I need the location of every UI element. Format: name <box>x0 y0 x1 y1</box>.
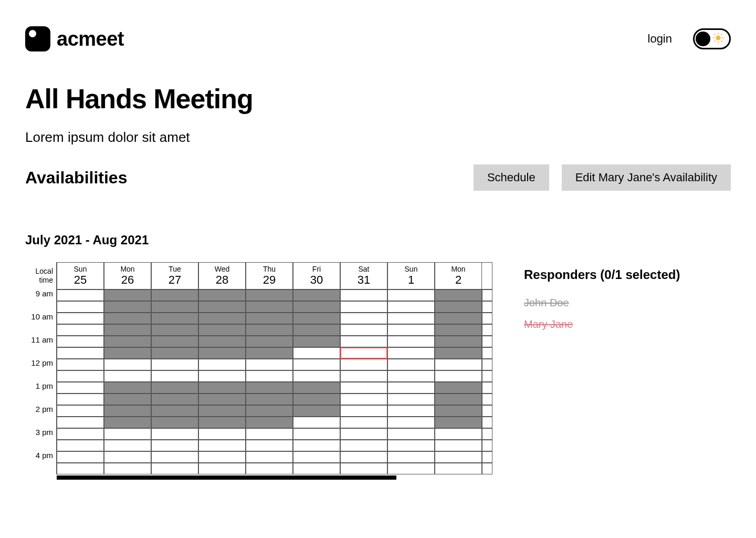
slot-cell[interactable] <box>340 394 387 405</box>
slot-cell[interactable] <box>246 394 293 405</box>
slot-cell[interactable] <box>387 417 435 428</box>
slot-cell[interactable] <box>435 336 482 347</box>
slot-cell[interactable] <box>151 417 198 428</box>
slot-cell[interactable] <box>151 370 198 382</box>
slot-cell[interactable] <box>151 451 198 463</box>
slot-cell[interactable] <box>293 347 340 359</box>
slot-cell[interactable] <box>151 347 198 359</box>
slot-cell[interactable] <box>246 370 293 382</box>
slot-cell[interactable] <box>151 313 198 324</box>
slot-cell[interactable] <box>57 428 104 440</box>
slot-cell[interactable] <box>57 347 104 359</box>
slot-cell[interactable] <box>293 289 340 301</box>
slot-cell[interactable] <box>293 324 340 336</box>
slot-cell[interactable] <box>104 359 151 370</box>
login-link[interactable]: login <box>648 32 672 46</box>
slot-cell[interactable] <box>435 394 482 405</box>
slot-cell[interactable] <box>340 347 387 359</box>
slot-cell[interactable] <box>293 428 340 440</box>
slot-cell[interactable] <box>57 370 104 382</box>
slot-cell[interactable] <box>57 463 104 474</box>
slot-cell[interactable] <box>435 405 482 417</box>
slot-cell[interactable] <box>57 394 104 405</box>
slot-cell[interactable] <box>435 440 482 451</box>
slot-cell[interactable] <box>340 417 387 428</box>
slot-cell[interactable] <box>387 451 435 463</box>
slot-cell[interactable] <box>198 301 246 313</box>
slot-cell[interactable] <box>104 463 151 474</box>
slot-cell[interactable] <box>198 394 246 405</box>
slot-cell[interactable] <box>151 359 198 370</box>
slot-cell[interactable] <box>293 382 340 394</box>
slot-cell[interactable] <box>151 440 198 451</box>
slot-cell[interactable] <box>387 463 435 474</box>
slot-cell[interactable] <box>246 451 293 463</box>
slot-cell[interactable] <box>387 359 435 370</box>
slot-cell[interactable] <box>198 405 246 417</box>
scrollbar-thumb[interactable] <box>57 475 396 480</box>
slot-cell[interactable] <box>57 336 104 347</box>
slot-cell[interactable] <box>104 301 151 313</box>
slot-cell[interactable] <box>340 359 387 370</box>
slot-cell[interactable] <box>293 440 340 451</box>
slot-cell[interactable] <box>340 451 387 463</box>
slot-cell[interactable] <box>246 347 293 359</box>
slot-cell[interactable] <box>151 394 198 405</box>
slot-cell[interactable] <box>198 382 246 394</box>
slot-cell[interactable] <box>198 440 246 451</box>
slot-cell[interactable] <box>198 451 246 463</box>
slot-cell[interactable] <box>198 336 246 347</box>
slot-cell[interactable] <box>151 324 198 336</box>
slot-cell[interactable] <box>387 313 435 324</box>
slot-cell[interactable] <box>387 382 435 394</box>
slot-cell[interactable] <box>246 463 293 474</box>
slot-cell[interactable] <box>435 382 482 394</box>
slot-cell[interactable] <box>435 428 482 440</box>
slot-cell[interactable] <box>246 359 293 370</box>
horizontal-scrollbar[interactable] <box>57 475 492 480</box>
slot-cell[interactable] <box>387 324 435 336</box>
slot-cell[interactable] <box>198 417 246 428</box>
slot-cell[interactable] <box>151 289 198 301</box>
slot-cell[interactable] <box>246 405 293 417</box>
slot-cell[interactable] <box>340 289 387 301</box>
slot-cell[interactable] <box>57 440 104 451</box>
slot-cell[interactable] <box>104 370 151 382</box>
slot-cell[interactable] <box>387 347 435 359</box>
slot-cell[interactable] <box>104 451 151 463</box>
slot-cell[interactable] <box>57 301 104 313</box>
slot-cell[interactable] <box>198 370 246 382</box>
slot-cell[interactable] <box>340 428 387 440</box>
slot-cell[interactable] <box>293 370 340 382</box>
slot-cell[interactable] <box>293 336 340 347</box>
slot-cell[interactable] <box>340 313 387 324</box>
slot-cell[interactable] <box>104 289 151 301</box>
slot-cell[interactable] <box>293 405 340 417</box>
slot-cell[interactable] <box>435 324 482 336</box>
slot-cell[interactable] <box>293 394 340 405</box>
slot-cell[interactable] <box>435 301 482 313</box>
slot-cell[interactable] <box>387 394 435 405</box>
slot-cell[interactable] <box>198 463 246 474</box>
slot-cell[interactable] <box>387 440 435 451</box>
slot-cell[interactable] <box>57 289 104 301</box>
slot-cell[interactable] <box>246 324 293 336</box>
slot-cell[interactable] <box>435 359 482 370</box>
slot-cell[interactable] <box>435 463 482 474</box>
slot-cell[interactable] <box>387 428 435 440</box>
slot-cell[interactable] <box>435 313 482 324</box>
slot-cell[interactable] <box>57 324 104 336</box>
slot-cell[interactable] <box>293 417 340 428</box>
slot-cell[interactable] <box>340 440 387 451</box>
slot-cell[interactable] <box>104 324 151 336</box>
slot-cell[interactable] <box>387 289 435 301</box>
slot-cell[interactable] <box>340 463 387 474</box>
slot-cell[interactable] <box>435 347 482 359</box>
slot-cell[interactable] <box>246 428 293 440</box>
slot-cell[interactable] <box>104 382 151 394</box>
slot-cell[interactable] <box>151 405 198 417</box>
availability-grid[interactable]: LocaltimeSun25Mon26Tue27Wed28Thu29Fri30S… <box>25 262 492 474</box>
slot-cell[interactable] <box>340 382 387 394</box>
slot-cell[interactable] <box>293 463 340 474</box>
slot-cell[interactable] <box>198 347 246 359</box>
